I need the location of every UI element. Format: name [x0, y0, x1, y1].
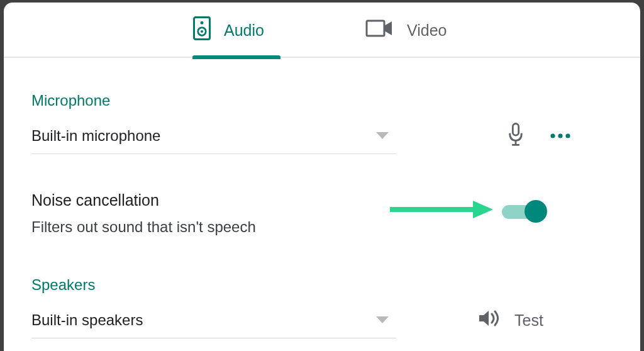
- speakers-select[interactable]: Built-in speakers: [31, 302, 396, 338]
- video-camera-icon: [365, 18, 394, 42]
- svg-rect-4: [367, 21, 384, 36]
- svg-point-3: [201, 30, 203, 33]
- noise-cancellation-toggle[interactable]: [502, 200, 547, 223]
- audio-settings-content: Microphone Built-in microphone: [4, 58, 640, 342]
- speakers-selected-value: Built-in speakers: [31, 311, 143, 329]
- microphone-selected-value: Built-in microphone: [31, 127, 160, 145]
- tab-audio[interactable]: Audio: [192, 3, 280, 58]
- noise-cancellation-block: Noise cancellation Filters out sound tha…: [31, 191, 613, 236]
- volume-icon: [478, 309, 501, 332]
- speakers-row: Built-in speakers Test: [31, 299, 613, 342]
- svg-rect-5: [513, 124, 518, 136]
- microphone-icon[interactable]: [507, 123, 525, 149]
- tab-video[interactable]: Video: [365, 3, 460, 58]
- more-options-icon[interactable]: [550, 130, 571, 142]
- svg-point-10: [565, 133, 570, 138]
- svg-point-8: [550, 133, 555, 138]
- tab-bar: Audio Video: [4, 3, 640, 58]
- microphone-section-label: Microphone: [31, 92, 613, 109]
- chevron-down-icon: [376, 316, 389, 323]
- speakers-section-label: Speakers: [31, 276, 613, 294]
- test-speakers-label: Test: [514, 311, 543, 330]
- tab-video-label: Video: [407, 21, 447, 40]
- svg-point-9: [558, 133, 562, 138]
- speaker-icon: [192, 16, 211, 45]
- tab-active-underline: [192, 55, 280, 59]
- test-speakers-button[interactable]: Test: [478, 309, 543, 332]
- speakers-block: Speakers Built-in speakers Test: [31, 276, 613, 342]
- toggle-thumb: [525, 200, 547, 223]
- microphone-select[interactable]: Built-in microphone: [31, 118, 396, 154]
- chevron-down-icon: [376, 132, 389, 139]
- settings-panel: Audio Video Microphone Built-in micropho…: [4, 3, 640, 351]
- svg-point-1: [201, 21, 204, 25]
- microphone-row: Built-in microphone: [31, 114, 613, 157]
- tab-audio-label: Audio: [224, 21, 264, 40]
